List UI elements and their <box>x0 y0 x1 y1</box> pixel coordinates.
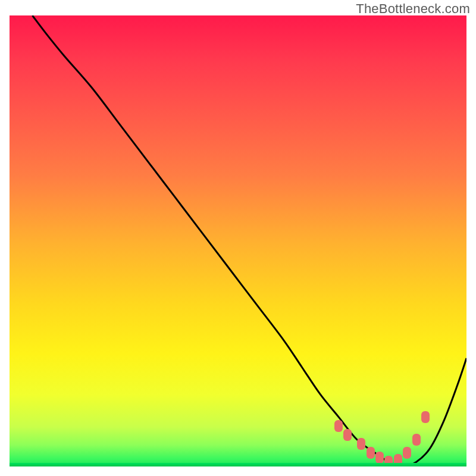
data-marker <box>421 411 430 423</box>
data-marker <box>375 452 384 464</box>
data-curve <box>10 15 466 466</box>
data-marker <box>367 447 375 459</box>
watermark-text: TheBottleneck.com <box>356 1 470 17</box>
data-marker <box>334 420 343 432</box>
data-marker <box>357 438 365 450</box>
data-marker <box>343 429 352 441</box>
chart-container: TheBottleneck.com <box>0 0 476 476</box>
baseline-strip <box>10 463 466 466</box>
data-marker <box>403 447 411 459</box>
plot-area <box>10 15 466 466</box>
data-marker <box>412 434 421 446</box>
